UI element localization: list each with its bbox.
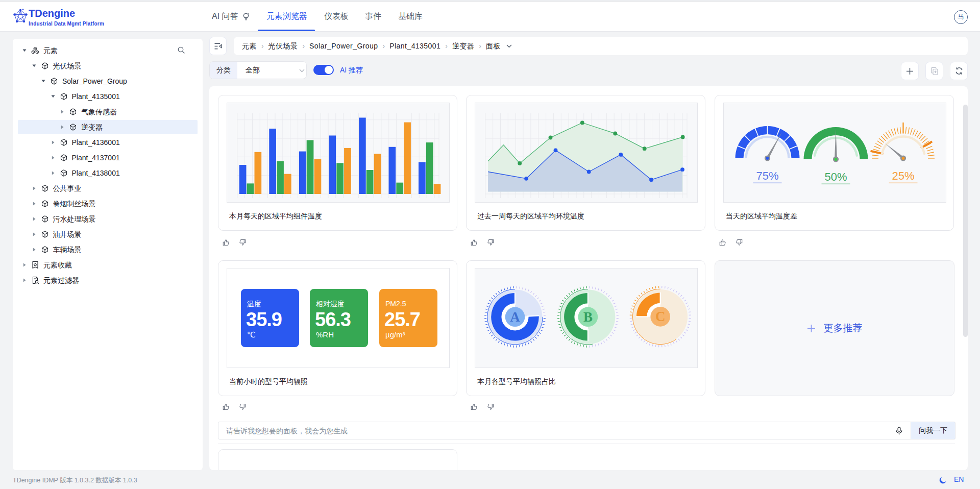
- svg-text:B: B: [583, 309, 593, 325]
- svg-text:A: A: [510, 309, 520, 325]
- svg-text:C: C: [655, 309, 666, 324]
- svg-text:50%: 50%: [824, 170, 847, 183]
- svg-text:75%: 75%: [756, 169, 778, 182]
- svg-text:25%: 25%: [892, 169, 914, 182]
